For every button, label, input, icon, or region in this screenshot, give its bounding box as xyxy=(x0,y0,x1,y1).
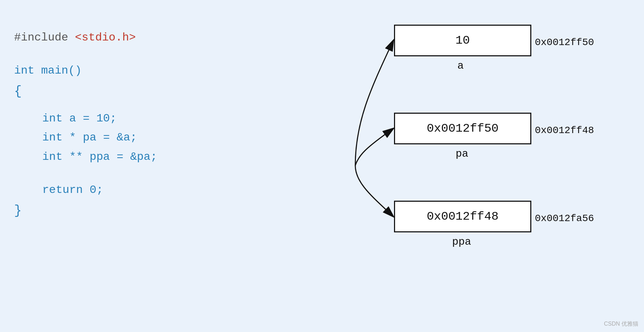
arrows-svg xyxy=(352,14,616,317)
return-line: return 0; xyxy=(14,181,157,200)
arrow-to-pa xyxy=(355,129,393,165)
include-keyword: #include xyxy=(14,31,75,44)
line-ppa: int ** ppa = &pa; xyxy=(14,148,157,167)
main-container: #include <stdio.h> int main() { int a = … xyxy=(0,0,644,332)
address-a: 0x0012ff50 xyxy=(535,37,594,48)
label-a: a xyxy=(457,60,464,72)
keyword-int-pa: int xyxy=(42,131,69,144)
diagram-section: 10 a 0x0012ff50 0x0012ff50 pa 0x0012ff48… xyxy=(352,14,616,317)
box-a-value: 10 xyxy=(456,34,470,47)
open-brace: { xyxy=(14,81,157,102)
stdio-include: <stdio.h> xyxy=(75,31,136,44)
address-pa: 0x0012ff48 xyxy=(535,125,594,136)
box-pa-value: 0x0012ff50 xyxy=(427,122,499,135)
label-pa: pa xyxy=(456,148,468,160)
label-ppa: ppa xyxy=(452,236,471,248)
main-signature-line: int main() xyxy=(14,61,157,80)
return-keyword: return 0; xyxy=(42,183,103,196)
memory-box-pa: 0x0012ff50 xyxy=(394,113,531,144)
line-pa-rest: * pa = &a; xyxy=(69,131,137,144)
keyword-int-a: int xyxy=(42,112,69,125)
address-ppa: 0x0012fa56 xyxy=(535,213,594,224)
include-line: #include <stdio.h> xyxy=(14,28,157,47)
line-ppa-rest: ** ppa = &pa; xyxy=(69,150,157,163)
keyword-int-ppa: int xyxy=(42,150,69,163)
arrow-to-ppa xyxy=(355,165,393,217)
memory-box-a: 10 xyxy=(394,25,531,56)
code-section: #include <stdio.h> int main() { int a = … xyxy=(14,28,157,221)
line-pa: int * pa = &a; xyxy=(14,128,157,147)
memory-box-ppa: 0x0012ff48 xyxy=(394,201,531,232)
line-a: int a = 10; xyxy=(14,109,157,128)
keyword-int-main: int xyxy=(14,64,41,77)
main-func: main() xyxy=(41,64,82,77)
arrow-to-a xyxy=(355,40,393,165)
watermark: CSDN 优雅猫 xyxy=(604,320,638,328)
close-brace: } xyxy=(14,200,157,221)
box-ppa-value: 0x0012ff48 xyxy=(427,210,499,223)
line-a-rest: a = 10; xyxy=(69,112,117,125)
